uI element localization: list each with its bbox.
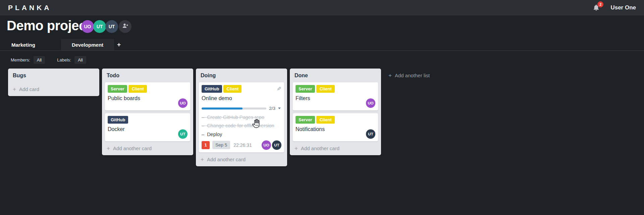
add-board-button[interactable]: + xyxy=(117,39,121,50)
label-client: Client xyxy=(316,116,334,124)
card-title: Docker xyxy=(108,126,187,132)
notifications-button[interactable]: 2 xyxy=(592,4,600,12)
add-card-label: Add another card xyxy=(301,145,339,151)
project-title[interactable]: Demo project xyxy=(7,18,91,33)
avatar[interactable]: UT xyxy=(366,129,375,139)
members-filter-value[interactable]: All xyxy=(34,56,45,64)
card-docker[interactable]: GitHub Docker UT xyxy=(105,113,190,141)
add-card-label: Add another card xyxy=(113,145,152,151)
list-name[interactable]: Done xyxy=(293,72,378,82)
progress-bar xyxy=(202,108,266,110)
card-badges: 1 Sep 5 22:26:31 UO UT xyxy=(202,140,281,150)
plus-icon: + xyxy=(107,145,110,151)
card-online-demo[interactable]: GitHub Client ✎ Online demo 2/3 Create G… xyxy=(199,82,284,153)
timer-badge: 22:26:31 xyxy=(233,142,252,148)
card-notifications[interactable]: Server Client Notifications UT xyxy=(293,113,378,141)
label-github: GitHub xyxy=(108,116,128,124)
tab-marketing[interactable]: Marketing xyxy=(11,39,35,50)
add-list-label: Add another list xyxy=(395,73,430,78)
label-server: Server xyxy=(108,85,127,93)
list-name[interactable]: Todo xyxy=(105,72,190,82)
card-filters[interactable]: Server Client Filters UO xyxy=(293,82,378,111)
label-server: Server xyxy=(296,116,315,124)
labels-filter-value[interactable]: All xyxy=(74,56,86,64)
plus-icon: + xyxy=(13,86,16,92)
task-item: Change code for offline version xyxy=(202,122,281,129)
filter-bar: Members: All Labels: All xyxy=(11,56,86,64)
plus-icon: + xyxy=(294,145,298,151)
card-public-boards[interactable]: Server Client Public boards UO xyxy=(105,82,190,111)
list-name[interactable]: Bugs xyxy=(11,72,96,82)
card-title: Online demo xyxy=(202,95,281,101)
label-client: Client xyxy=(223,85,241,93)
board-tabs: Marketing Development + xyxy=(0,39,644,51)
card-members: UO UT xyxy=(262,140,281,150)
add-card-button[interactable]: + Add another card xyxy=(293,145,378,153)
notification-count-badge: 2 xyxy=(597,1,603,7)
card-title: Notifications xyxy=(296,126,375,132)
avatar[interactable]: UO xyxy=(81,20,94,33)
progress-count: 2/3 xyxy=(269,106,275,111)
task-item: Create GitHub Pages repo xyxy=(202,114,281,121)
labels-filter-label: Labels: xyxy=(57,57,71,62)
topbar: PLANKA 2 User One xyxy=(0,0,644,15)
avatar[interactable]: UO xyxy=(178,98,187,108)
list-todo: Todo Server Client Public boards UO GitH… xyxy=(102,69,193,155)
edit-card-icon[interactable]: ✎ xyxy=(277,86,281,92)
topbar-right: 2 User One xyxy=(592,4,636,12)
add-card-button[interactable]: + Add another card xyxy=(105,145,190,153)
avatar[interactable]: UT xyxy=(178,129,187,139)
add-card-button[interactable]: + Add another card xyxy=(199,156,284,164)
add-list-button[interactable]: + Add another list xyxy=(388,73,430,78)
members-filter-label: Members: xyxy=(11,57,30,62)
add-card-label: Add another card xyxy=(207,157,246,162)
add-card-label: Add card xyxy=(19,86,39,92)
project-members: UO UT UT xyxy=(82,20,131,33)
bell-icon xyxy=(592,7,600,13)
avatar[interactable]: UO xyxy=(262,140,271,150)
tab-development[interactable]: Development xyxy=(61,39,114,50)
board: Bugs + Add card Todo Server Client Publi… xyxy=(8,69,430,166)
avatar[interactable]: UO xyxy=(366,98,375,108)
progress-fill xyxy=(202,108,243,110)
card-title: Public boards xyxy=(108,95,187,101)
task-list: Create GitHub Pages repo Change code for… xyxy=(202,114,281,138)
avatar[interactable]: UT xyxy=(272,140,281,150)
person-add-icon xyxy=(122,23,128,31)
add-card-button[interactable]: + Add card xyxy=(11,86,96,93)
add-member-button[interactable] xyxy=(119,20,131,33)
label-github: GitHub xyxy=(202,85,222,93)
user-menu[interactable]: User One xyxy=(610,4,636,11)
card-title: Filters xyxy=(296,95,375,101)
due-date-badge: Sep 5 xyxy=(212,141,230,149)
card-notification-badge: 1 xyxy=(202,141,210,149)
planka-logo[interactable]: PLANKA xyxy=(8,4,52,12)
list-done: Done Server Client Filters UO Server Cli… xyxy=(290,69,381,155)
list-name[interactable]: Doing xyxy=(199,72,284,82)
label-client: Client xyxy=(316,85,334,93)
list-doing: Doing GitHub Client ✎ Online demo 2/3 C xyxy=(196,69,287,166)
avatar[interactable]: UT xyxy=(105,20,118,33)
plus-icon: + xyxy=(201,157,204,162)
avatar[interactable]: UT xyxy=(93,20,106,33)
list-bugs: Bugs + Add card xyxy=(8,69,99,96)
plus-icon: + xyxy=(388,73,392,78)
label-client: Client xyxy=(128,85,147,93)
label-server: Server xyxy=(296,85,315,93)
task-item: Deploy xyxy=(202,131,281,138)
chevron-down-icon[interactable] xyxy=(278,108,281,109)
tasks-progress: 2/3 xyxy=(202,106,281,111)
